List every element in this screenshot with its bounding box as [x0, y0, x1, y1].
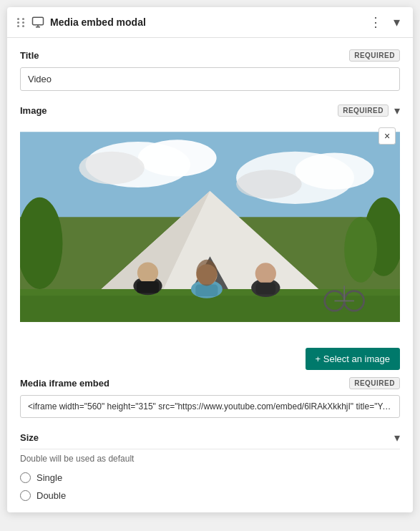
title-required-badge: REQUIRED [349, 49, 400, 62]
size-single-option[interactable]: Single [20, 472, 400, 483]
image-required-badge: REQUIRED [338, 104, 389, 117]
image-section: Image REQUIRED ▾ [20, 104, 400, 370]
modal-header: Media embed modal ⋮ ▾ [7, 7, 413, 38]
image-wrapper: × [20, 123, 400, 331]
size-subtitle: Double will be used as default [20, 454, 400, 464]
iframe-required-badge: REQUIRED [349, 377, 400, 389]
size-double-label: Double [36, 490, 66, 501]
collapse-button[interactable]: ▾ [391, 14, 403, 30]
svg-rect-25 [256, 283, 275, 294]
iframe-field-header: Media iframe embed REQUIRED [20, 377, 400, 389]
embed-icon [31, 16, 44, 29]
remove-image-button[interactable]: × [379, 127, 396, 145]
media-embed-modal: Media embed modal ⋮ ▾ Title REQUIRED Ima… [7, 7, 413, 512]
select-image-wrapper: + Select an image [20, 341, 400, 370]
image-preview [20, 123, 400, 331]
size-section: Size ▾ Double will be used as default Si… [20, 431, 400, 501]
modal-title: Media embed modal [50, 16, 146, 28]
size-single-radio[interactable] [20, 472, 31, 483]
image-collapse-icon[interactable]: ▾ [394, 104, 400, 117]
size-double-radio[interactable] [20, 490, 31, 501]
svg-rect-18 [137, 281, 159, 293]
size-double-option[interactable]: Double [20, 490, 400, 501]
size-header: Size ▾ [20, 431, 400, 449]
svg-point-6 [79, 152, 145, 185]
modal-header-left: Media embed modal [17, 16, 146, 29]
drag-handle-icon[interactable] [17, 18, 26, 27]
image-field-header-right: REQUIRED ▾ [338, 104, 400, 117]
iframe-input[interactable] [20, 395, 400, 418]
title-label: Title [20, 50, 39, 61]
svg-point-8 [296, 153, 374, 190]
size-single-label: Single [36, 472, 62, 483]
more-options-button[interactable]: ⋮ [366, 14, 385, 30]
svg-point-17 [137, 262, 158, 283]
svg-rect-21 [195, 285, 218, 296]
svg-point-28 [344, 217, 377, 283]
title-input[interactable] [20, 67, 400, 91]
size-collapse-icon[interactable]: ▾ [394, 431, 400, 444]
size-radio-group: Single Double [20, 472, 400, 501]
iframe-section: Media iframe embed REQUIRED [20, 377, 400, 418]
title-field-header: Title REQUIRED [20, 49, 400, 62]
title-section: Title REQUIRED [20, 49, 400, 91]
iframe-label: Media iframe embed [20, 378, 109, 389]
size-label: Size [20, 432, 39, 443]
select-image-button[interactable]: + Select an image [306, 348, 400, 370]
svg-point-9 [236, 170, 302, 198]
svg-rect-15 [20, 296, 400, 322]
modal-body: Title REQUIRED Image REQUIRED ▾ [7, 38, 413, 512]
svg-point-24 [255, 263, 276, 283]
svg-point-5 [138, 140, 217, 176]
svg-point-22 [196, 260, 217, 286]
image-field-header: Image REQUIRED ▾ [20, 104, 400, 117]
svg-rect-0 [33, 17, 44, 25]
image-label: Image [20, 105, 47, 116]
modal-header-right: ⋮ ▾ [366, 14, 403, 30]
